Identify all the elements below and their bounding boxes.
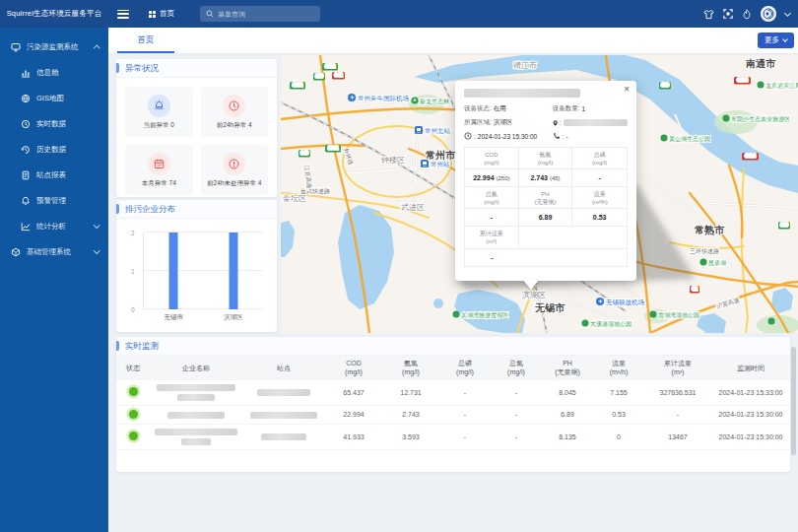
card-current-abnormal[interactable]: 当前异常 0	[125, 87, 193, 137]
card-label: 前24h异常 4	[217, 121, 252, 130]
sidebar-item-pollution-monitor-system[interactable]: 污染源监测系统	[0, 34, 108, 60]
sidebar-item-info-cabin[interactable]: 信息舱	[0, 60, 108, 86]
close-icon[interactable]: ×	[624, 85, 630, 95]
popup-metrics-table: COD(mg/l) 氨氮(mg/l) 总磷(mg/l) 22.994 (250)…	[464, 147, 628, 267]
monitor-row[interactable]: 65.437 12.731 - - 8.045 7.155 327636.531…	[116, 380, 790, 406]
airport-icon	[596, 298, 604, 305]
sidebar-item-label: 污染源监测系统	[27, 42, 79, 52]
cell-tn: -	[491, 424, 542, 449]
park-poi-icon	[758, 82, 765, 89]
theme-shirt-icon[interactable]	[703, 9, 714, 20]
col-header: 累计流量(m³)	[644, 356, 711, 380]
map-district-label: 靖江市	[513, 61, 537, 70]
popup-fields: 设备状态:在用 设备数量:1 所属区域:滨湖区 : : 2024-01-23 1…	[464, 104, 628, 140]
chart-bar[interactable]	[229, 233, 237, 309]
cell-flow: 0.53	[593, 405, 644, 424]
park-poi-icon	[650, 311, 657, 318]
metric-value: 22.994 (250)	[465, 169, 519, 187]
monitor-table-header: 状态 企业名称 站点 COD(mg/l) 氨氮(mg/l) 总磷(mg/l) 总…	[116, 356, 790, 380]
svg-text:G204: G204	[737, 78, 749, 83]
monitor-row[interactable]: 41.933 3.593 - - 8.135 0 13467 2024-01-2…	[116, 424, 790, 449]
sidebar-item-site-report[interactable]: 站点报表	[0, 163, 108, 188]
cell-flow: 0	[593, 424, 644, 449]
tab-home[interactable]: 首页	[117, 28, 174, 53]
map-lake-taihu	[454, 290, 525, 333]
card-24h-unhandled-abnormal[interactable]: 前24h未处理异常 4	[201, 145, 269, 195]
chevron-down-icon[interactable]	[784, 9, 791, 16]
cell-tn: -	[491, 405, 542, 424]
calendar-icon	[148, 153, 170, 175]
sidebar-item-statistics[interactable]: 统计分析	[0, 214, 108, 239]
col-header: 氨氮(mg/l)	[382, 356, 439, 380]
realtime-monitor-panel: 实时监测 状态 企业名称 站点 COD(mg/l) 氨氮(mg/l) 总磷(mg…	[116, 337, 790, 472]
top-navbar: 首页	[108, 0, 798, 28]
map-city-label: 常熟市	[695, 225, 725, 235]
col-header: 总氮(mg/l)	[491, 356, 542, 380]
hamburger-menu-icon[interactable]	[117, 10, 129, 19]
cell-tn: -	[491, 380, 542, 406]
sidebar-item-label: 站点报表	[36, 170, 66, 180]
enterprise-distribution-panel: 排污企业分布 012无锡市滨湖区	[116, 200, 277, 332]
airport-icon	[348, 94, 356, 101]
chart-panel-title: 排污企业分布	[116, 200, 277, 219]
cell-cod: 41.933	[325, 424, 382, 449]
map-city-label: 南通市	[746, 58, 776, 69]
location-pin-icon	[553, 119, 558, 127]
flame-icon[interactable]	[742, 9, 752, 20]
more-button[interactable]: 更多	[758, 33, 794, 48]
field-separator: :	[474, 133, 476, 140]
map-road-label: 三环快速路	[690, 248, 719, 255]
chart-y-tick: 0	[131, 306, 135, 313]
map-poi-label: 无锡硕放机场	[606, 299, 644, 306]
chart-y-tick: 1	[131, 268, 135, 275]
col-header: 流量(m³/h)	[593, 356, 644, 380]
breadcrumb-home[interactable]: 首页	[149, 9, 174, 19]
monitor-system-icon	[11, 42, 21, 52]
page-scrollbar[interactable]	[791, 347, 796, 455]
chart-bar[interactable]	[169, 233, 178, 309]
sidebar-item-warning-management[interactable]: 预警管理	[0, 188, 108, 214]
park-poi-icon	[723, 115, 730, 122]
more-button-label: 更多	[765, 35, 779, 45]
siren-icon	[148, 95, 170, 117]
fullscreen-icon[interactable]	[723, 9, 733, 19]
cell-tp: -	[439, 424, 491, 449]
monitor-row[interactable]: 22.994 2.743 - - 6.89 0.53 - 2024-01-23 …	[116, 405, 790, 424]
metric-value: 6.89	[519, 209, 573, 227]
sidebar-item-label: GIS地图	[36, 94, 64, 103]
cell-total-flow: 327636.531	[644, 380, 711, 406]
history-icon	[21, 145, 31, 155]
map-poi-label: 昆承湖	[708, 260, 726, 267]
sidebar-item-history-data[interactable]: 历史数据	[0, 137, 108, 163]
map-road-label: 沪宜高速	[714, 296, 740, 309]
menu-search[interactable]	[200, 6, 320, 22]
map-district-label: 钟楼区	[380, 156, 405, 165]
col-header: 站点	[242, 356, 325, 380]
map-pond	[433, 299, 443, 308]
metric-header: COD(mg/l)	[465, 148, 519, 169]
user-avatar[interactable]	[761, 6, 776, 22]
card-month-abnormal[interactable]: 本月异常 74	[125, 145, 193, 195]
sidebar-item-gis-map[interactable]: GIS地图	[0, 86, 108, 111]
chart-gridline	[144, 270, 263, 271]
sidebar-item-realtime-data[interactable]: 实时数据	[0, 111, 108, 137]
park-poi-icon	[582, 320, 589, 327]
map-road-label: 金武快速路	[299, 188, 330, 195]
popup-time: 2024-01-23 15:30:00	[478, 133, 537, 140]
cell-nh3: 3.593	[382, 424, 439, 449]
metric-header: 流量(m³/h)	[572, 187, 627, 209]
card-24h-abnormal[interactable]: 前24h异常 4	[201, 87, 269, 137]
col-header: 企业名称	[150, 356, 242, 380]
sidebar-item-label: 历史数据	[36, 145, 66, 155]
cell-ph: 6.89	[542, 405, 593, 424]
search-input[interactable]	[218, 11, 314, 18]
col-header: COD(mg/l)	[325, 356, 382, 380]
metric-header: 氨氮(mg/l)	[519, 148, 573, 169]
card-label: 本月异常 74	[142, 179, 176, 188]
base-system-cube-icon	[11, 247, 21, 257]
col-header: 状态	[116, 356, 150, 380]
sidebar-item-base-management-system[interactable]: 基础管理系统	[0, 239, 108, 265]
map-poi-label: 太湖湾旅游度假区	[461, 311, 508, 319]
chart-y-tick: 2	[131, 230, 135, 236]
map-district-label: 滨湖区	[522, 291, 546, 299]
